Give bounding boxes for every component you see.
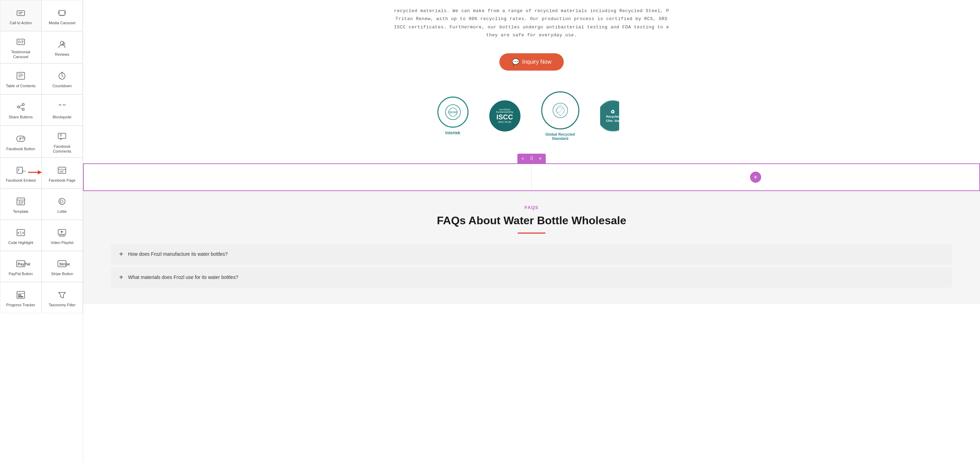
sidebar-grid: Call to Action Media Carousel <box>0 0 83 313</box>
sidebar-item-call-to-action[interactable]: Call to Action <box>0 0 41 31</box>
intro-text: recycled materials. We can make from a r… <box>97 7 966 40</box>
faqs-title: FAQs About Water Bottle Wholesale <box>111 214 952 227</box>
reviews-icon <box>56 39 67 50</box>
iscc-circle: Certified Sustainability ISCC ISCC PLUS <box>489 100 520 132</box>
faq-item-0[interactable]: + How does Frozl manufacture its water b… <box>111 244 952 264</box>
svg-point-21 <box>22 103 24 106</box>
taxonomy-icon <box>56 289 67 300</box>
sidebar-item-label: Video Playlist <box>51 240 73 245</box>
stripe-icon: Stripe <box>56 258 67 269</box>
sidebar-item-share-buttons[interactable]: Share Buttons <box>0 94 41 125</box>
sidebar-item-label: Stripe Button <box>51 271 73 276</box>
sidebar-item-media-carousel[interactable]: Media Carousel <box>41 0 83 31</box>
progress-icon <box>15 289 26 300</box>
intertek-circle: TESTED <box>438 97 469 128</box>
empty-col-left <box>84 164 531 191</box>
sidebar-item-label: Facebook Embed <box>6 178 36 183</box>
sidebar-item-label: Testimonial Carousel <box>3 49 38 60</box>
intertek-label: Intertek <box>445 130 460 135</box>
faqs-divider <box>518 233 546 233</box>
svg-line-19 <box>62 76 64 77</box>
empty-col-right[interactable]: + <box>531 164 979 191</box>
sidebar-item-stripe-button[interactable]: Stripe Stripe Button <box>41 251 83 282</box>
sidebar-item-blockquote[interactable]: " " Blockquote <box>41 94 83 125</box>
svg-point-4 <box>62 15 62 16</box>
svg-text:f: f <box>18 168 19 172</box>
svg-text:": " <box>63 102 66 111</box>
inquiry-section: 💬 Inquiry Now <box>83 46 980 81</box>
fb-embed-icon: f </> <box>15 165 26 176</box>
testimonial-icon <box>15 37 26 48</box>
grs-circle <box>541 91 579 129</box>
sidebar-item-facebook-button[interactable]: f Facebook Button <box>0 125 41 158</box>
svg-rect-39 <box>58 167 66 173</box>
sidebar-item-paypal-button[interactable]: PayPal PayPal Button <box>0 251 41 282</box>
blockquote-icon: " " <box>56 102 67 113</box>
svg-marker-55 <box>61 231 64 233</box>
svg-text:": " <box>59 102 62 111</box>
sidebar-item-template[interactable]: Template <box>0 189 41 220</box>
svg-rect-32 <box>58 133 66 138</box>
sidebar-item-label: Facebook Button <box>6 146 35 151</box>
faq-item-1[interactable]: + What materials does Frozl use for its … <box>111 267 952 287</box>
toolbar-move-button[interactable]: ⠿ <box>528 155 535 162</box>
sidebar-item-taxonomy-filter[interactable]: Taxonomy Filter <box>41 282 83 313</box>
sidebar-item-label: Table of Contents <box>6 83 36 88</box>
svg-rect-3 <box>59 10 65 15</box>
sidebar-item-facebook-comments[interactable]: f Facebook Comments <box>41 125 83 158</box>
cta-icon <box>15 7 26 18</box>
sidebar-item-lottie[interactable]: Lottie <box>41 189 83 220</box>
sidebar-item-label: Reviews <box>55 52 69 57</box>
empty-droppable-section: + <box>83 164 980 191</box>
fb-comments-icon: f <box>56 131 67 142</box>
sidebar-item-label: Template <box>13 209 29 214</box>
chat-icon: 💬 <box>512 58 519 66</box>
sidebar-item-countdown[interactable]: Countdown <box>41 64 83 94</box>
add-content-button[interactable]: + <box>750 171 761 183</box>
sidebar-item-label: Taxonomy Filter <box>48 302 75 307</box>
sidebar: Call to Action Media Carousel <box>0 0 83 462</box>
sidebar-item-reviews[interactable]: Reviews <box>41 31 83 64</box>
faq-question-1: What materials does Frozl use for its wa… <box>128 275 238 280</box>
fb-btn-icon: f <box>15 133 26 144</box>
certifications-section: TESTED Intertek Certified Sustainability… <box>83 81 980 151</box>
faq-expand-icon-0: + <box>119 250 123 258</box>
svg-marker-66 <box>59 292 65 298</box>
sidebar-item-progress-tracker[interactable]: Progress Tracker <box>0 282 41 313</box>
svg-text:Stripe: Stripe <box>59 262 70 266</box>
sidebar-item-testimonial-carousel[interactable]: Testimonial Carousel <box>0 31 41 64</box>
svg-point-51 <box>59 198 65 205</box>
sidebar-item-label: PayPal Button <box>9 271 33 276</box>
svg-rect-0 <box>17 11 25 16</box>
sidebar-item-facebook-page[interactable]: Facebook Page <box>41 157 83 189</box>
sidebar-item-video-playlist[interactable]: Video Playlist <box>41 220 83 251</box>
toolbar-add-button[interactable]: + <box>520 155 526 162</box>
cert-iscc: Certified Sustainability ISCC ISCC PLUS <box>489 100 520 132</box>
svg-point-5 <box>60 15 61 16</box>
lottie-icon <box>56 196 67 207</box>
faqs-section: FAQS FAQs About Water Bottle Wholesale +… <box>83 191 980 304</box>
grs-label: Global Recycled Standard <box>546 132 575 141</box>
svg-line-25 <box>19 108 22 109</box>
countdown-icon <box>56 70 67 81</box>
svg-text:f: f <box>19 137 21 141</box>
sidebar-item-label: Blockquote <box>52 114 72 119</box>
inquiry-button[interactable]: 💬 Inquiry Now <box>500 53 564 71</box>
faqs-label: FAQS <box>111 205 952 210</box>
svg-line-53 <box>21 231 21 235</box>
sidebar-item-label: Code Highlight <box>8 240 33 245</box>
sidebar-item-facebook-embed[interactable]: f </> Facebook Embed <box>0 157 41 189</box>
svg-marker-38 <box>38 170 42 175</box>
svg-rect-64 <box>18 295 21 295</box>
toolbar-close-button[interactable]: × <box>538 155 543 162</box>
sidebar-item-label: Media Carousel <box>49 21 75 25</box>
sidebar-item-label: Lottie <box>57 209 67 214</box>
intro-text-section: recycled materials. We can make from a r… <box>83 0 980 46</box>
cert-partial: ♻ Recycled Clim. Sta. <box>600 100 626 132</box>
inquiry-button-label: Inquiry Now <box>522 59 551 65</box>
faq-expand-icon-1: + <box>119 273 123 281</box>
svg-point-23 <box>18 106 19 108</box>
sidebar-item-code-highlight[interactable]: Code Highlight <box>0 220 41 251</box>
section-toolbar-wrapper: + ⠿ × <box>83 154 980 164</box>
sidebar-item-table-of-contents[interactable]: Table of Contents <box>0 64 41 94</box>
